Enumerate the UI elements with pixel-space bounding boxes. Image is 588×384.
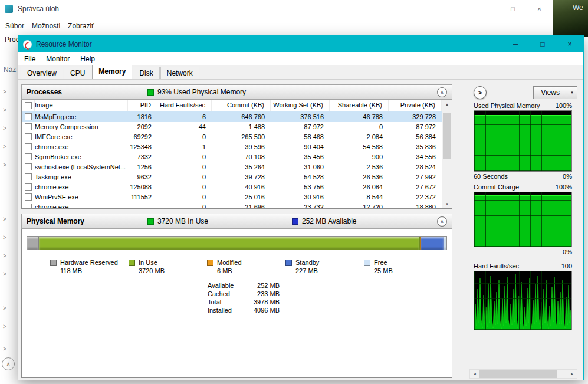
tree-expand-icon[interactable]: > [3, 162, 6, 168]
detail-value: 3978 MB [254, 298, 280, 306]
table-row[interactable]: SgrmBroker.exe7332070 10835 45690034 556 [22, 152, 452, 162]
cell-working-set: 54 528 [271, 173, 330, 180]
tree-expand-icon[interactable]: > [3, 323, 6, 330]
views-button-label[interactable]: Views [533, 86, 567, 99]
tab-overview[interactable]: Overview [21, 67, 63, 79]
menu-monitor[interactable]: Monitor [46, 55, 70, 63]
table-row[interactable]: chrome.exe021 69623 73212 72018 880 [22, 202, 452, 209]
column-header-pid[interactable]: PID [128, 100, 157, 111]
legend-label: Standby [295, 259, 319, 266]
table-row[interactable]: chrome.exe125088040 91653 75626 08427 67… [22, 182, 452, 192]
row-checkbox[interactable] [25, 153, 32, 160]
legend-value: 118 MB [60, 267, 118, 274]
expand-panel-button[interactable]: > [474, 86, 487, 99]
cell-shareable: 54 568 [330, 143, 389, 150]
row-checkbox[interactable] [25, 113, 32, 120]
taskmgr-menu-moznosti[interactable]: Možnosti [32, 22, 60, 30]
tree-expand-icon[interactable]: > [3, 88, 6, 95]
tab-network[interactable]: Network [160, 67, 199, 79]
resmon-close-button[interactable]: × [556, 36, 583, 52]
column-header-working-set[interactable]: Working Set (KB) [271, 100, 330, 111]
cell-pid: 1256 [128, 163, 157, 170]
row-checkbox[interactable] [25, 123, 32, 130]
cell-private: 34 556 [389, 153, 442, 160]
graph2-label-row: Commit Charge 100% [474, 183, 572, 191]
process-table-body: MsMpEng.exe18166646 760376 51646 788329 … [22, 111, 452, 209]
scroll-right-icon[interactable]: ▸ [567, 370, 577, 378]
taskmgr-menu-subor[interactable]: Súbor [5, 22, 24, 30]
table-row[interactable]: WmiPrvSE.exe111552025 01630 9168 54422 3… [22, 192, 452, 202]
scroll-down-icon[interactable]: ▾ [442, 199, 452, 208]
column-header-commit[interactable]: Commit (KB) [212, 100, 271, 111]
table-row[interactable]: MsMpEng.exe18166646 760376 51646 788329 … [22, 111, 452, 122]
cell-working-set: 23 732 [271, 204, 330, 209]
cell-shareable: 46 788 [330, 113, 389, 120]
row-checkbox[interactable] [25, 133, 32, 140]
tree-expand-icon[interactable]: > [3, 271, 6, 277]
tree-expand-icon[interactable]: > [3, 234, 6, 241]
column-header-image[interactable]: Image [35, 100, 128, 111]
column-header-private[interactable]: Private (KB) [389, 100, 442, 111]
taskmgr-titlebar: Správca úloh ─ □ × [0, 0, 553, 18]
row-checkbox-cell [22, 163, 35, 170]
table-row[interactable]: IMFCore.exe692920265 50058 4682 08456 38… [22, 132, 452, 142]
menu-file[interactable]: File [24, 55, 35, 63]
table-row[interactable]: chrome.exe125348139 59690 40454 56835 83… [22, 142, 452, 152]
scrollbar-thumb[interactable] [443, 113, 451, 159]
cell-hard-faults: 0 [157, 153, 212, 160]
row-checkbox[interactable] [25, 204, 32, 209]
tree-expand-icon[interactable]: > [3, 252, 6, 259]
scroll-left-icon[interactable]: ◂ [470, 370, 479, 378]
table-row[interactable]: Memory Compression2092441 48887 972087 9… [22, 122, 452, 132]
in-use-status: 3720 MB In Use [147, 217, 292, 225]
row-checkbox-cell [22, 123, 35, 130]
physical-memory-collapse-button[interactable]: ∧ [437, 216, 447, 227]
menu-help[interactable]: Help [80, 55, 95, 63]
scrollbar-thumb[interactable] [479, 370, 557, 378]
column-header-hard-faults[interactable]: Hard Faults/sec [157, 100, 212, 111]
resmon-titlebar[interactable]: Resource Monitor ─ □ × [18, 36, 583, 52]
tree-expand-icon[interactable]: > [3, 125, 6, 132]
table-row[interactable]: Taskmgr.exe9632039 72854 52826 53627 992 [22, 172, 452, 182]
taskmgr-maximize-button[interactable]: □ [500, 0, 526, 18]
row-checkbox[interactable] [25, 173, 32, 180]
column-header-shareable[interactable]: Shareable (KB) [330, 100, 389, 111]
row-checkbox[interactable] [25, 183, 32, 191]
cell-commit: 21 696 [212, 204, 271, 209]
cell-private: 27 672 [389, 183, 442, 191]
scroll-up-icon[interactable]: ▴ [442, 100, 452, 109]
memory-bar-segment-free [444, 237, 446, 250]
cell-hard-faults: 0 [157, 163, 212, 170]
taskmgr-tab-partial[interactable]: Proc [5, 35, 19, 44]
table-row[interactable]: svchost.exe (LocalSystemNet...1256035 26… [22, 162, 452, 172]
resmon-maximize-button[interactable]: □ [529, 36, 556, 52]
select-all-cell [22, 100, 35, 111]
views-dropdown-icon[interactable]: ▾ [567, 86, 577, 99]
row-checkbox[interactable] [25, 163, 32, 170]
scrollbar-track[interactable] [479, 370, 567, 378]
row-checkbox[interactable] [25, 193, 32, 201]
processes-collapse-button[interactable]: ∧ [437, 87, 447, 97]
tab-memory[interactable]: Memory [92, 65, 132, 79]
tree-expand-icon[interactable]: > [3, 216, 6, 222]
tree-expand-icon[interactable]: > [3, 305, 6, 311]
tab-disk[interactable]: Disk [133, 67, 159, 79]
taskmgr-close-button[interactable]: × [526, 0, 553, 18]
tree-expand-icon[interactable]: > [3, 107, 6, 113]
resmon-minimize-button[interactable]: ─ [502, 36, 529, 52]
memory-legend: Hardware Reserved118 MB In Use3720 MB Mo… [50, 259, 447, 274]
tab-cpu[interactable]: CPU [64, 67, 91, 79]
horizontal-scrollbar[interactable]: ◂ ▸ [469, 369, 577, 379]
table-vertical-scrollbar[interactable]: ▴ ▾ [442, 100, 452, 208]
taskmgr-minimize-button[interactable]: ─ [473, 0, 500, 18]
taskmgr-collapse-button[interactable]: ∧ [2, 357, 15, 370]
tree-expand-icon[interactable]: > [3, 346, 6, 352]
legend-item-in-use: In Use3720 MB [129, 259, 207, 274]
row-checkbox[interactable] [25, 143, 32, 150]
views-button[interactable]: Views ▾ [533, 86, 577, 99]
select-all-checkbox[interactable] [25, 102, 32, 109]
taskmgr-menu-zobrazit[interactable]: Zobraziť [68, 22, 94, 30]
taskmgr-column-partial[interactable]: Náz [4, 65, 16, 74]
row-checkbox-cell [22, 133, 35, 140]
tree-expand-icon[interactable]: > [3, 143, 6, 150]
